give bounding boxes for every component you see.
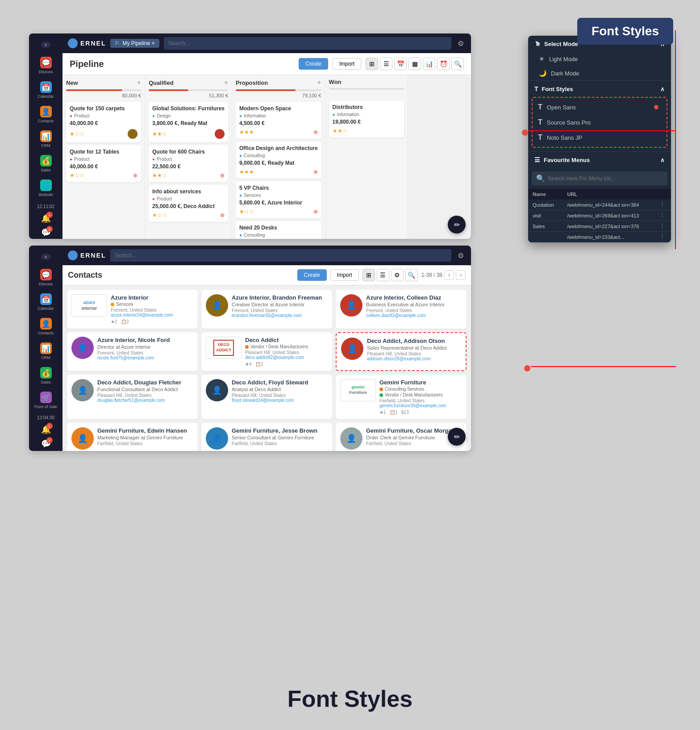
contacts-import-btn[interactable]: Import: [330, 269, 359, 281]
card-office-design[interactable]: Office Design and Architecture Consultin…: [236, 142, 321, 179]
noto-sans-item[interactable]: T Noto Sans JP: [534, 130, 665, 145]
pipeline-main: ERNEL ⚐ My Pipeline × ⚙ Pipeline Create …: [62, 33, 471, 239]
card-chairs[interactable]: Quote for 600 Chairs Product 22,500.00 €…: [149, 145, 228, 182]
calendar-view-btn[interactable]: 📅: [394, 58, 407, 70]
card-services[interactable]: Info about services Product 25,000.00 €,…: [149, 185, 228, 222]
contacts-navbar: ERNEL ⚙: [62, 246, 471, 265]
contact-douglas[interactable]: 👤 Deco Addict, Douglas Fletcher Function…: [67, 375, 198, 419]
sidebar-item-crm[interactable]: 📊 CRM: [29, 127, 62, 151]
settings-icon[interactable]: ⚙: [456, 38, 466, 50]
contacts-view-btns: ⊞ ☰ ⚙ 🔍: [362, 269, 418, 281]
contact-edwin[interactable]: 👤 Gemini Furniture, Edwin Hansen Marketi…: [67, 423, 198, 451]
sidebar-item-crm-b[interactable]: 📊 CRM: [29, 339, 62, 363]
sidebar-item-sales[interactable]: 💰 Sales: [29, 151, 62, 176]
contact-gemini[interactable]: geminiFurniture Gemini Furniture Consult…: [336, 375, 467, 419]
notification-icon[interactable]: 🔔 1: [40, 213, 52, 224]
row-dots-3[interactable]: ⋮: [655, 221, 671, 232]
star-icon: ☰: [534, 156, 540, 163]
sidebar-time-top: 12:11:02: [37, 204, 54, 209]
search-view-btn[interactable]: 🔍: [451, 58, 464, 70]
contact-colleen[interactable]: 👤 Azure Interior, Colleen Diaz Business …: [336, 290, 467, 329]
row-dots-2[interactable]: ⋮: [655, 210, 671, 221]
row-dots-1[interactable]: ⋮: [655, 200, 671, 210]
card-tables[interactable]: Quote for 12 Tables Product 40,000.00 € …: [66, 145, 141, 182]
col-add-proposition[interactable]: +: [317, 79, 321, 87]
notification-icon-b[interactable]: 🔔 1: [40, 424, 52, 435]
chart-view-btn[interactable]: 📊: [423, 58, 435, 70]
contacts-window: › 💬 Discuss 📅 Calendar 👤 Contacts 📊 CRM …: [29, 246, 471, 451]
row-dots-4[interactable]: ⋮: [655, 232, 671, 242]
dark-mode-item[interactable]: 🌙 Dark Mode: [528, 66, 671, 80]
contact-oscar[interactable]: 👤 Gemini Furniture, Oscar Morgan Order C…: [336, 423, 467, 451]
contacts-settings-icon[interactable]: ⚙: [456, 250, 466, 262]
azure-interior-logo: azureinterior: [71, 294, 107, 317]
contact-nicole[interactable]: 👤 Azure Interior, Nicole Ford Director a…: [67, 332, 198, 371]
font-styles-section: TFont Styles ∧ T Open Sans T Source Sans…: [528, 81, 671, 152]
contact-floyd[interactable]: 👤 Deco Addict, Floyd Steward Analyst at …: [201, 375, 332, 419]
contacts-kanban-btn[interactable]: ⊞: [362, 269, 375, 281]
navbar-search-input[interactable]: [164, 37, 451, 50]
sidebar-time-bottom: 13:04:30: [37, 415, 54, 420]
sidebar-item-contacts[interactable]: 👤 Contacts: [29, 102, 62, 127]
card-open-space[interactable]: Modern Open Space Information 4,500.00 €…: [236, 102, 321, 139]
kanban-view-btn[interactable]: ⊞: [366, 58, 378, 70]
sidebar-toggle[interactable]: ›: [41, 42, 51, 48]
prev-page-btn[interactable]: ‹: [444, 270, 454, 280]
source-sans-item[interactable]: T Source Sans Pro: [534, 115, 665, 130]
col-add-qualified[interactable]: +: [224, 79, 228, 87]
contact-azure-interior[interactable]: azureinterior Azure Interior Services Fr…: [67, 290, 198, 329]
sidebar-item-calendar-b[interactable]: 📅 Calendar: [29, 290, 62, 314]
import-button[interactable]: Import: [333, 58, 361, 70]
navbar-logo-b: ERNEL: [68, 250, 106, 260]
sidebar-item-sales-b[interactable]: 💰 Sales: [29, 363, 62, 388]
sidebar-item-website[interactable]: 🌐 Website: [29, 176, 62, 200]
activity-view-btn[interactable]: ⏰: [437, 58, 450, 70]
fav-search-input[interactable]: [548, 175, 663, 182]
pipeline-fab[interactable]: ✏: [448, 216, 466, 234]
open-sans-item[interactable]: T Open Sans: [534, 100, 665, 115]
select-mode-icon: 🖱: [534, 40, 541, 47]
contacts-settings-btn[interactable]: ⚙: [391, 269, 404, 281]
contact-jesse[interactable]: 👤 Gemini Furniture, Jesse Brown Senior C…: [201, 423, 332, 451]
col-url: URL: [562, 189, 655, 200]
contacts-create-btn[interactable]: Create: [297, 269, 327, 281]
card-avatar: [128, 129, 138, 139]
card-vp-chairs[interactable]: 5 VP Chairs Services 5,600.00 €, Azure I…: [236, 181, 321, 218]
connector-line-top: [529, 130, 676, 131]
progress-bar-new: [66, 89, 141, 91]
sidebar-item-pos-b[interactable]: 🛒 Point of Sale: [29, 388, 62, 413]
font-styles-header[interactable]: TFont Styles ∧: [528, 81, 671, 97]
douglas-photo: 👤: [71, 379, 94, 401]
contacts-fab[interactable]: ✏: [448, 428, 466, 446]
sidebar-item-calendar[interactable]: 📅 Calendar: [29, 78, 62, 102]
light-mode-item[interactable]: ☀ Light Mode: [528, 52, 671, 66]
card-distributors[interactable]: Distributors Information 19,800.00 € ★★☆: [329, 100, 404, 138]
brandon-photo: 👤: [206, 294, 228, 317]
col-name: Name: [528, 189, 562, 200]
contacts-search-input[interactable]: [110, 249, 451, 262]
card-carpets[interactable]: Quote for 150 carpets Product 40,000.00 …: [66, 102, 141, 142]
nicole-photo: 👤: [71, 337, 94, 359]
favourite-menus-header[interactable]: ☰Favourite Menus ∧: [528, 152, 671, 168]
contacts-filter-btn[interactable]: 🔍: [405, 269, 418, 281]
contact-brandon[interactable]: 👤 Azure Interior, Brandon Freeman Creati…: [201, 290, 332, 329]
list-view-btn[interactable]: ☰: [380, 58, 392, 70]
message-icon-b[interactable]: 💬 3: [40, 438, 52, 450]
next-page-btn[interactable]: ›: [456, 270, 466, 280]
calendar-icon: 📅: [40, 81, 52, 93]
contact-addison[interactable]: 👤 Deco Addict, Addison Olson Sales Repre…: [336, 332, 467, 371]
contact-deco-addict[interactable]: DECOADDICT Deco Addict Vendor / Desk Man…: [201, 332, 332, 371]
card-global[interactable]: Global Solutions: Furnitures Design 3,80…: [149, 102, 228, 142]
message-icon[interactable]: 💬 3: [40, 227, 52, 238]
contacts-list-btn[interactable]: ☰: [377, 269, 389, 281]
create-button[interactable]: Create: [299, 58, 328, 70]
pipeline-filter-tag[interactable]: ⚐ My Pipeline ×: [110, 39, 159, 48]
gantt-view-btn[interactable]: ▦: [408, 58, 421, 70]
sidebar-item-discuss-b[interactable]: 💬 Discuss: [29, 265, 62, 290]
col-add-new[interactable]: +: [137, 79, 141, 87]
sidebar-item-discuss[interactable]: 💬 Discuss: [29, 53, 62, 78]
card-desks[interactable]: Need 20 Desks Consulting 60,000.00 € ☆☆☆: [236, 221, 321, 239]
sidebar-toggle-bottom[interactable]: ›: [41, 254, 51, 260]
sidebar-item-contacts-b[interactable]: 👤 Contacts: [29, 314, 62, 339]
search-icon: 🔍: [536, 174, 545, 183]
